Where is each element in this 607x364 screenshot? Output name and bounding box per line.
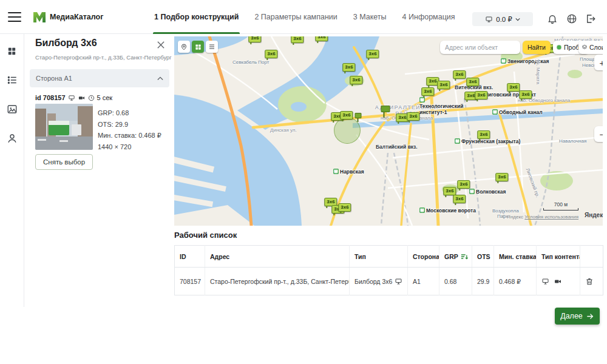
- billboard-marker[interactable]: 3x6: [291, 36, 304, 43]
- tab-3-макеты[interactable]: 3 Макеты: [352, 0, 388, 34]
- billboard-marker[interactable]: 3x6: [453, 195, 466, 203]
- delete-row-button[interactable]: [585, 277, 594, 286]
- clock-icon: [88, 95, 95, 101]
- cell-type: Билборд 3x6: [350, 268, 408, 295]
- arrow-right-icon: [586, 313, 594, 320]
- map-attribution: © Яндекс Условия использования: [502, 214, 578, 220]
- list-icon[interactable]: [5, 73, 19, 87]
- panel-address: Старо-Петергофский пр-т., д.33Б, Санкт-П…: [35, 54, 172, 61]
- cell-address: Старо-Петергофский пр-т., д.33Б, Санкт-П…: [205, 268, 350, 295]
- yandex-brand[interactable]: Яндекс: [585, 212, 603, 218]
- billboard-marker[interactable]: 3x6: [477, 130, 490, 139]
- video-camera-icon: [78, 95, 86, 101]
- cell-side: А1: [408, 268, 439, 295]
- item-stats: GRP: 0.68 OTS: 29.9 Мин. ставка: 0.468 ₽…: [98, 107, 161, 152]
- list-view-icon[interactable]: [206, 41, 218, 53]
- metro-icon: М: [501, 58, 506, 64]
- next-button[interactable]: Далее: [555, 308, 600, 325]
- budget-selector[interactable]: 0.0 ₽: [472, 12, 533, 26]
- billboard-marker[interactable]: [355, 113, 362, 118]
- menu-icon[interactable]: [7, 10, 22, 24]
- map-label: Навалочная: [559, 138, 586, 144]
- search-input[interactable]: [440, 41, 520, 54]
- cell-min-rate: 0.468 ₽: [494, 268, 537, 295]
- map-canvas[interactable]: Найти Пробки Слои + − 700 м © Яндекс Усл…: [174, 36, 603, 226]
- billboard-photo[interactable]: [35, 104, 93, 150]
- map-label: МНарвская: [333, 169, 364, 175]
- billboard-marker[interactable]: 3x6: [248, 36, 261, 42]
- item-duration: 5 сек: [97, 94, 113, 101]
- app-logo-text: МедиаКаталог: [50, 13, 103, 21]
- billboard-marker[interactable]: 3x6: [342, 63, 355, 72]
- remove-selection-button[interactable]: Снять выбор: [35, 154, 93, 170]
- worklist-body: 708157Старо-Петергофский пр-т., д.33Б, С…: [175, 268, 603, 295]
- billboard-marker[interactable]: 3x6: [421, 87, 434, 96]
- billboard-marker[interactable]: [381, 106, 390, 112]
- billboard-icon: [395, 278, 402, 285]
- cell-id: 708157: [175, 268, 205, 295]
- billboard-marker[interactable]: 3x6: [340, 111, 353, 120]
- tab-1-подбор-конструкций[interactable]: 1 Подбор конструкций: [153, 0, 240, 34]
- tab-2-параметры-кампании[interactable]: 2 Параметры кампании: [253, 0, 338, 34]
- map-label: МФрунзенская (закрыта): [455, 138, 520, 144]
- metro-icon: М: [419, 97, 425, 103]
- column-header: [580, 246, 603, 268]
- billboard-marker[interactable]: 3x6: [443, 187, 456, 195]
- budget-value: 0.0 ₽: [496, 15, 512, 24]
- worklist-table: IDАдресТипСторонаGRPOTSМин. ставкаТип ко…: [174, 245, 603, 295]
- item-id: id 708157: [35, 94, 66, 101]
- map-view-controls: [178, 41, 218, 53]
- billboard-marker[interactable]: 3x6: [475, 91, 487, 99]
- map-label: Балтийский вкз.: [376, 144, 418, 150]
- map-tiles-icon[interactable]: [192, 41, 204, 53]
- map-label: Воздухопла: [492, 208, 519, 214]
- column-header: Адрес: [205, 246, 350, 268]
- billboard-detail-panel: Билборд 3x6 Старо-Петергофский пр-т., д.…: [25, 34, 174, 307]
- image-icon[interactable]: [5, 102, 19, 116]
- zoom-out-button[interactable]: −: [594, 126, 603, 142]
- item-size: 1440 × 720: [98, 141, 161, 153]
- person-icon[interactable]: [5, 131, 19, 146]
- billboard-marker[interactable]: 3x6: [466, 78, 479, 86]
- zoom-in-button[interactable]: +: [594, 55, 603, 70]
- layers-icon: [582, 44, 588, 50]
- billboard-icon: [68, 95, 75, 101]
- side-accordion[interactable]: Сторона А1: [30, 69, 169, 87]
- column-header: Мин. ставка: [494, 246, 537, 268]
- logout-icon[interactable]: [583, 12, 598, 26]
- find-button[interactable]: Найти: [523, 41, 551, 54]
- billboard-marker[interactable]: 3x6: [495, 173, 508, 181]
- metro-icon: М: [333, 169, 339, 174]
- tab-4-информация[interactable]: 4 Информация: [401, 0, 456, 34]
- layers-selector[interactable]: Слои: [578, 41, 603, 54]
- sort-icon[interactable]: [461, 253, 468, 260]
- column-header: ID: [175, 246, 205, 268]
- billboard-marker[interactable]: 3x6: [315, 36, 328, 41]
- bell-icon[interactable]: [545, 12, 560, 26]
- column-header-grp[interactable]: GRP: [439, 246, 472, 268]
- map-label: МОбводный канал: [492, 109, 543, 115]
- billboard-marker[interactable]: 3x6: [457, 180, 470, 189]
- billboard-marker[interactable]: 3x6: [265, 50, 277, 58]
- screen-icon: [485, 16, 493, 23]
- grid-icon[interactable]: [5, 44, 19, 58]
- billboard-marker[interactable]: 3x6: [366, 50, 379, 58]
- pin-icon[interactable]: [178, 41, 190, 53]
- billboard-marker[interactable]: 3x6: [507, 83, 520, 92]
- chevron-up-icon: [157, 76, 163, 81]
- billboard-marker[interactable]: 3x6: [350, 76, 362, 84]
- side-label: Сторона А1: [36, 75, 72, 82]
- close-icon[interactable]: [156, 40, 166, 50]
- billboard-marker[interactable]: 3x6: [338, 203, 351, 212]
- billboard-marker[interactable]: 3x6: [437, 81, 450, 89]
- billboard-icon: [541, 278, 549, 285]
- billboard-marker[interactable]: 3x6: [519, 90, 532, 99]
- billboard-marker[interactable]: 3x6: [453, 70, 466, 79]
- billboard-marker[interactable]: 3x6: [407, 112, 419, 121]
- globe-icon[interactable]: [565, 12, 579, 26]
- terms-link[interactable]: Условия использования: [524, 214, 578, 220]
- item-min-rate: Мин. ставка: 0.468 ₽: [98, 130, 161, 141]
- map-label: Севкабель Порт: [232, 59, 269, 65]
- panel-title: Билборд 3x6: [35, 38, 97, 49]
- left-rail: [0, 34, 24, 307]
